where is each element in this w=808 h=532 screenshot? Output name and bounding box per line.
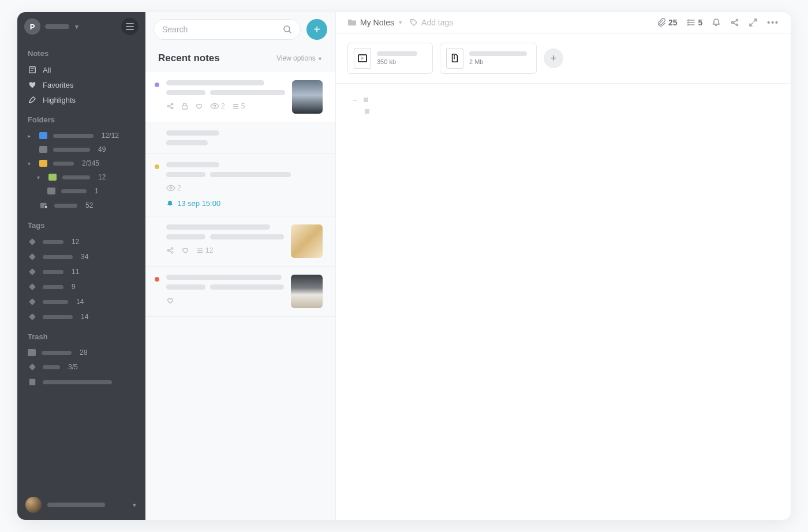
user-avatar-img bbox=[25, 497, 42, 513]
note-reminder: 13 sep 15:00 bbox=[166, 199, 323, 208]
attachment-size: 2 Mb bbox=[469, 58, 527, 65]
note-content: 2 13 sep 15:00 bbox=[166, 162, 323, 208]
username-placeholder bbox=[45, 24, 69, 29]
sidebar-item-highlights[interactable]: Highlights bbox=[17, 92, 145, 107]
trash-item-note[interactable] bbox=[17, 374, 145, 389]
folder-item[interactable]: ▾ 2/345 bbox=[17, 156, 145, 170]
section-title-folders: Folders bbox=[17, 107, 145, 129]
note-meta bbox=[166, 297, 284, 305]
note-item[interactable] bbox=[145, 122, 335, 154]
folder-item-grandchild[interactable]: 1 bbox=[17, 184, 145, 198]
trash-item-tag[interactable]: 3/5 bbox=[17, 359, 145, 374]
note-item[interactable]: 2 13 sep 15:00 bbox=[145, 154, 335, 216]
tag-item[interactable]: 12 bbox=[17, 234, 145, 249]
list-title: Recent notes bbox=[158, 53, 220, 64]
todos-count: 5 bbox=[232, 102, 245, 110]
notifications-button[interactable] bbox=[712, 18, 721, 27]
more-button[interactable]: ••• bbox=[767, 18, 779, 27]
chevron-right-icon[interactable]: ▸ bbox=[28, 133, 32, 139]
heart-icon bbox=[166, 297, 174, 305]
share-icon bbox=[166, 102, 174, 110]
todos-button[interactable]: 5 bbox=[686, 18, 702, 27]
search-box[interactable] bbox=[154, 19, 301, 40]
sidebar-item-favorites[interactable]: Favorites bbox=[17, 77, 145, 92]
tag-icon bbox=[410, 18, 418, 27]
add-tags-button[interactable]: Add tags bbox=[410, 18, 453, 27]
views-count: 2 bbox=[166, 184, 181, 192]
search-icon[interactable] bbox=[283, 25, 292, 34]
notes-list-panel: + Recent notes View options ▼ 2 5 bbox=[145, 12, 336, 520]
share-button[interactable] bbox=[730, 18, 739, 27]
chevron-down-icon[interactable]: ▾ bbox=[37, 174, 42, 181]
video-file-icon bbox=[354, 48, 371, 69]
folder-icon bbox=[28, 349, 36, 356]
editor-panel: My Notes ▼ Add tags 25 5 bbox=[336, 12, 791, 520]
search-input[interactable] bbox=[162, 25, 278, 34]
note-title-placeholder bbox=[166, 275, 282, 280]
sidebar-footer[interactable]: ▼ bbox=[17, 490, 145, 520]
tag-item[interactable]: 34 bbox=[17, 249, 145, 264]
tag-item[interactable]: 14 bbox=[17, 309, 145, 324]
heart-icon bbox=[195, 102, 203, 110]
attachments-button[interactable]: 25 bbox=[657, 18, 678, 27]
hamburger-menu-button[interactable] bbox=[121, 18, 139, 35]
sidebar-item-all[interactable]: All bbox=[17, 62, 145, 77]
attachment-item-video[interactable]: 350 kb bbox=[347, 43, 433, 74]
bell-icon bbox=[166, 200, 174, 207]
tag-count: 12 bbox=[72, 238, 79, 246]
checkbox-icon[interactable] bbox=[365, 109, 369, 114]
expand-button[interactable] bbox=[749, 18, 758, 27]
svg-rect-9 bbox=[182, 106, 188, 109]
user-avatar[interactable]: P bbox=[24, 18, 40, 35]
shared-folder-item[interactable]: 52 bbox=[17, 198, 145, 213]
tag-item[interactable]: 11 bbox=[17, 264, 145, 279]
reminder-datetime: 13 sep 15:00 bbox=[177, 199, 220, 208]
folder-item[interactable]: ▸ 12/12 bbox=[17, 129, 145, 143]
tag-count: 14 bbox=[81, 313, 88, 321]
new-note-button[interactable]: + bbox=[306, 19, 327, 40]
note-content bbox=[166, 130, 323, 145]
note-item[interactable] bbox=[145, 267, 335, 317]
tag-name-placeholder bbox=[43, 285, 63, 289]
checkbox-icon[interactable] bbox=[364, 98, 368, 102]
section-title-tags: Tags bbox=[17, 213, 145, 234]
chevron-down-icon[interactable]: ▼ bbox=[74, 24, 80, 30]
folder-item-child[interactable]: ▾ 12 bbox=[17, 170, 145, 184]
chevron-down-icon[interactable]: ▾ bbox=[28, 160, 32, 167]
folder-item[interactable]: 49 bbox=[17, 143, 145, 156]
tag-count: 34 bbox=[81, 253, 88, 261]
section-title-trash: Trash bbox=[17, 324, 145, 346]
tag-item[interactable]: 14 bbox=[17, 294, 145, 309]
tag-name-placeholder bbox=[43, 300, 68, 304]
paperclip-icon bbox=[657, 18, 666, 27]
bullet-dash: – bbox=[353, 96, 357, 103]
note-color-dot bbox=[155, 277, 159, 282]
add-tags-label: Add tags bbox=[421, 18, 453, 27]
note-title-placeholder bbox=[166, 130, 219, 136]
breadcrumb[interactable]: My Notes ▼ bbox=[347, 18, 403, 27]
tag-item[interactable]: 9 bbox=[17, 279, 145, 294]
view-options-dropdown[interactable]: View options ▼ bbox=[276, 54, 323, 62]
trash-item-folder[interactable]: 28 bbox=[17, 346, 145, 359]
svg-rect-0 bbox=[29, 67, 36, 73]
bell-icon bbox=[712, 18, 721, 27]
footer-placeholder bbox=[47, 503, 105, 507]
tag-name-placeholder bbox=[43, 270, 63, 274]
note-item[interactable]: 2 5 bbox=[145, 72, 335, 122]
note-item[interactable]: 12 bbox=[145, 216, 335, 267]
chevron-down-icon[interactable]: ▼ bbox=[132, 502, 137, 508]
tag-icon bbox=[28, 252, 37, 261]
heart-icon bbox=[28, 80, 37, 89]
add-attachment-button[interactable]: + bbox=[544, 48, 563, 68]
note-title-placeholder bbox=[166, 162, 219, 167]
pencil-icon bbox=[28, 95, 37, 104]
note-thumbnail bbox=[291, 275, 323, 308]
trash-count: 3/5 bbox=[68, 363, 78, 371]
tag-icon bbox=[28, 267, 37, 276]
folder-count: 12/12 bbox=[102, 132, 119, 140]
folder-icon bbox=[39, 132, 47, 139]
editor-body[interactable]: – bbox=[336, 84, 791, 520]
attachment-item-archive[interactable]: 2 Mb bbox=[440, 43, 537, 74]
note-meta: 2 bbox=[166, 184, 323, 192]
folder-name-placeholder bbox=[61, 189, 87, 193]
